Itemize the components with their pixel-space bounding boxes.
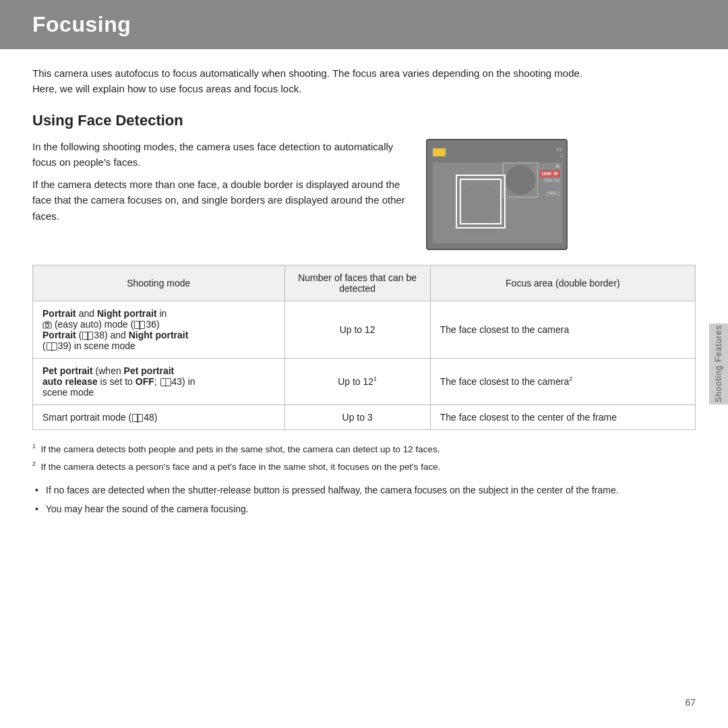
footnote-sup-1: 1 [32,443,36,450]
book-icon-1 [134,321,145,329]
face-detection-section: In the following shooting modes, the cam… [32,139,696,250]
table-cell-face-count-1: Up to 12 [284,301,430,358]
book-icon-4 [160,378,171,386]
svg-rect-2 [45,322,49,323]
bold-night-portrait-2: Night portrait [129,330,189,340]
bullet-1: If no faces are detected when the shutte… [32,483,696,498]
cam-top-bar: ⚡ ▭ ▫ [433,146,562,160]
page-header: Focusing [0,0,728,49]
cam-memory-icon: ▫ [560,153,562,160]
page-title: Focusing [32,12,696,37]
face-detection-para1: In the following shooting modes, the cam… [32,139,410,171]
bullets-section: If no faces are detected when the shutte… [32,483,696,516]
bold-pet-portrait-1: Pet portrait [42,365,93,376]
cam-icon1: ♻ [555,164,559,169]
table-row: Smart portrait mode (48) Up to 3 The fac… [33,404,696,429]
cam-battery-icon: ▭ [556,146,562,152]
footnote-2: 2 If the camera detects a person's face … [32,460,639,474]
camera-preview-image: ⚡ ▭ ▫ [426,139,568,250]
side-tab: Shooting Features [709,324,728,404]
bold-portrait-1: Portrait [42,308,76,319]
footnote-sup-2: 2 [32,460,36,467]
bold-off: OFF [135,376,154,387]
cam-preview-area: ♻ 1080 30 29m 0s ⬚ [ 860 ] [433,162,562,243]
table-row: Pet portrait (when Pet portrait auto rel… [33,358,696,404]
book-icon-5 [132,414,143,422]
bold-auto-release: auto release [42,376,98,387]
cam-icon-inline [42,319,55,330]
bold-night-portrait-1: Night portrait [97,308,157,319]
bold-pet-portrait-2: Pet portrait [124,365,175,376]
bold-portrait-2: Portrait [42,330,76,340]
table-cell-shooting-mode-2: Pet portrait (when Pet portrait auto rel… [33,358,285,404]
table-row: Portrait and Night portrait in (easy aut… [33,301,696,358]
table-header-face-count: Number of faces that can be detected [284,265,430,301]
bullet-2: You may hear the sound of the camera foc… [32,502,696,517]
content-area: This camera uses autofocus to focus auto… [0,65,728,516]
camera-icon-svg [42,321,52,329]
table-cell-shooting-mode-3: Smart portrait mode (48) [33,404,285,429]
face-detection-para2: If the camera detects more than one face… [32,177,410,224]
sup-1: 1 [373,375,377,382]
page-number: 67 [685,697,696,708]
side-tab-label: Shooting Features [714,325,723,402]
sup-2: 2 [569,375,572,382]
cam-single-border [503,162,538,198]
cam-face-large [460,179,500,235]
svg-point-1 [46,324,49,327]
section-title: Using Face Detection [32,112,696,129]
cam-hd-badge: 1080 30 [540,171,559,177]
table-header-shooting-mode: Shooting mode [33,265,285,301]
table-header-row: Shooting mode Number of faces that can b… [33,265,696,301]
footnotes-section: 1 If the camera detects both people and … [32,442,639,475]
table-cell-shooting-mode-1: Portrait and Night portrait in (easy aut… [33,301,285,358]
cam-double-border-inner [460,179,502,224]
features-table: Shooting mode Number of faces that can b… [32,265,696,430]
cam-icon2: ⬚ [555,184,559,189]
table-cell-face-count-3: Up to 3 [284,404,430,429]
cam-face-small [506,165,535,195]
footnote-1: 1 If the camera detects both people and … [32,442,639,456]
cam-right-side-icons: ♻ 1080 30 29m 0s ⬚ [ 860 ] [540,164,559,195]
cam-lightning-icon: ⚡ [433,148,446,156]
intro-text: This camera uses autofocus to focus auto… [32,65,585,97]
table-header-focus-area: Focus area (double border) [430,265,695,301]
face-detection-text: In the following shooting modes, the cam… [32,139,410,231]
table-cell-focus-area-2: The face closest to the camera2 [430,358,695,404]
table-cell-focus-area-1: The face closest to the camera [430,301,695,358]
cam-shots: [ 860 ] [547,191,559,195]
book-icon-2 [82,332,93,340]
cam-time: 29m 0s [544,178,559,183]
table-cell-focus-area-3: The face closest to the center of the fr… [430,404,695,429]
table-cell-face-count-2: Up to 121 [284,358,430,404]
book-icon-3 [47,342,57,351]
cam-right-icons: ▭ ▫ [556,146,562,160]
